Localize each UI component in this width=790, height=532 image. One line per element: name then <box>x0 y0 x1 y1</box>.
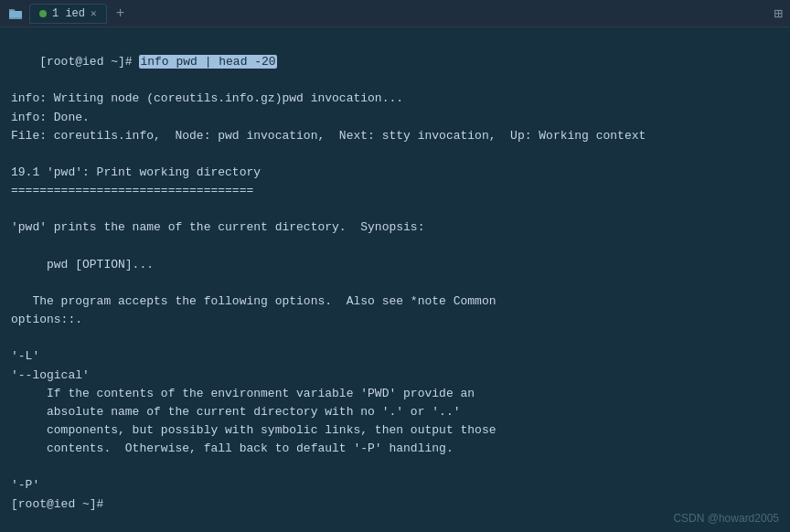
empty-6 <box>11 458 779 476</box>
divider-line: ================================== <box>11 182 779 200</box>
output-line-3: File: coreutils.info, Node: pwd invocati… <box>11 127 779 145</box>
empty-5 <box>11 329 779 347</box>
body-line-5: If the contents of the environment varia… <box>11 385 779 403</box>
watermark: CSDN @howard2005 <box>673 512 779 525</box>
body-line-4: options::. <box>11 311 779 329</box>
body-line-2: pwd [OPTION]... <box>11 256 779 274</box>
folder-icon <box>7 5 24 22</box>
command-highlight: info pwd | head -20 <box>139 55 276 69</box>
new-tab-button[interactable]: + <box>112 5 129 22</box>
terminal-content[interactable]: [root@ied ~]# info pwd | head -20 info: … <box>0 27 790 532</box>
empty-2 <box>11 200 779 218</box>
title-bar-right: ⊞ <box>774 5 783 23</box>
body-line-3: The program accepts the following option… <box>11 293 779 311</box>
tab-label: 1 ied <box>52 7 85 20</box>
empty-4 <box>11 274 779 293</box>
empty-1 <box>11 145 779 164</box>
section-heading: 19.1 'pwd': Print working directory <box>11 164 779 182</box>
title-bar-left: 1 ied ✕ + <box>7 4 768 24</box>
option-l: '-L' <box>11 347 779 366</box>
body-line-1: 'pwd' prints the name of the current dir… <box>11 218 779 237</box>
body-line-6: absolute name of the current directory w… <box>11 403 779 421</box>
empty-3 <box>11 238 779 256</box>
terminal-tab[interactable]: 1 ied ✕ <box>29 4 107 24</box>
output-line-2: info: Done. <box>11 109 779 127</box>
prompt-text: [root@ied ~]# <box>39 55 139 69</box>
option-logical: '--logical' <box>11 367 779 385</box>
option-p: '-P' <box>11 476 779 495</box>
final-prompt: [root@ied ~]# <box>11 495 779 514</box>
tab-active-dot <box>39 10 47 17</box>
body-line-7: components, but possibly with symbolic l… <box>11 421 779 440</box>
body-line-8: contents. Otherwise, fall back to defaul… <box>11 440 779 458</box>
title-bar: 1 ied ✕ + ⊞ <box>0 0 790 27</box>
grid-icon: ⊞ <box>774 5 783 23</box>
tab-close-button[interactable]: ✕ <box>91 7 97 19</box>
command-prompt-line: [root@ied ~]# info pwd | head -20 <box>11 35 779 90</box>
output-line-1: info: Writing node (coreutils.info.gz)pw… <box>11 90 779 108</box>
